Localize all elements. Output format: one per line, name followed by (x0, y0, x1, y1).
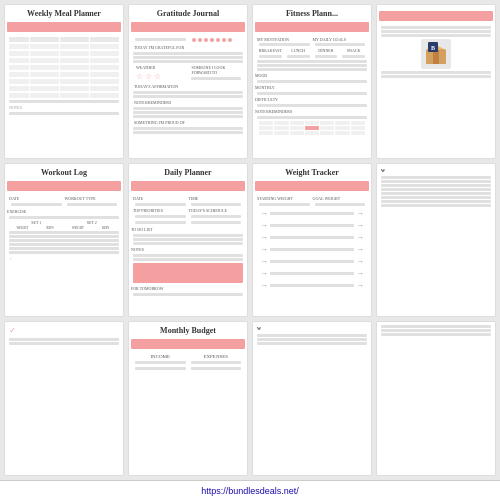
forward-to-label: SOMEONE I LOOK FORWARD TO (189, 64, 244, 76)
dot-6 (222, 38, 226, 42)
exercise-line (9, 216, 119, 219)
arrow-r-2: → (356, 221, 364, 230)
weight-bar-2 (270, 224, 354, 227)
budget-pink-header (131, 339, 245, 349)
dot-5 (216, 38, 220, 42)
meal-pink-header (7, 22, 121, 32)
fitness-notes-label: NOTES/REMINDERS (255, 108, 369, 115)
tomorrow-label: FOR TOMORROW (131, 285, 245, 292)
budget-content: INCOME EXPENSES (129, 351, 247, 475)
set2-label: SET 2 (65, 220, 120, 225)
dot-7 (228, 38, 232, 42)
meal-grid-header (7, 36, 121, 43)
partial-content-3 (377, 322, 495, 475)
gratitude-date-line (135, 38, 186, 41)
daily-ps-lines-2 (133, 220, 243, 225)
meal-row-7 (7, 85, 121, 92)
fitness-goals-row: MY MOTIVATION MY DAILY GOALS (257, 37, 367, 47)
weight-row-5: → → (257, 256, 367, 267)
proud-line-1 (133, 127, 243, 130)
gratitude-dots (189, 37, 244, 43)
grateful-line-1 (133, 52, 243, 55)
meal-row-1 (7, 43, 121, 50)
weight-title: Weight Tracker (253, 164, 371, 179)
workout-title: Workout Log (5, 164, 123, 179)
workout-notes-label: ✓ (7, 255, 121, 262)
weight-bar-4 (270, 248, 354, 251)
weight-bar-1 (270, 212, 354, 215)
dot-4 (210, 38, 214, 42)
meal-col-day (9, 37, 29, 42)
partial-bottom-icon: ✓ (7, 324, 121, 337)
star-2: ☆ (145, 72, 152, 81)
partial-right-card-3 (376, 321, 496, 476)
w-line-4 (9, 243, 119, 246)
difficulty-line (257, 104, 367, 107)
fitness-content: MY MOTIVATION MY DAILY GOALS BREAKFAST L… (253, 34, 371, 158)
meal-row-4 (7, 64, 121, 71)
todo-line-2 (133, 238, 243, 241)
workout-card: Workout Log DATE WORKOUT TYPE EXERCISE S… (4, 163, 124, 318)
arrow-r-5: → (356, 257, 364, 266)
meal-col-b (30, 37, 59, 42)
forward-line (191, 77, 242, 80)
daily-ps-lines (133, 214, 243, 219)
budget-col-lines (133, 360, 243, 365)
affirmation-label: TODAY'S AFFIRMATION (131, 83, 245, 90)
meal-d-1 (90, 44, 119, 49)
daily-date-label: DATE (133, 196, 188, 201)
mood-label: MOOD (255, 72, 369, 79)
fitness-calendar (257, 120, 367, 136)
dinner-label: DINNER (313, 48, 340, 53)
meal-row-8 (7, 92, 121, 99)
notes-line-2 (133, 111, 243, 114)
weather-row: WEATHER ☆ ☆ ☆ SOMEONE I LOOK FORWARD TO (133, 64, 243, 82)
schedule-label: TODAY'S SCHEDULE (189, 208, 244, 213)
weight-row-4: → → (257, 244, 367, 255)
notes-line-3 (133, 115, 243, 118)
daily-notes-label: NOTES (131, 246, 245, 253)
arrow-2: → (260, 221, 268, 230)
exercise-label: EXERCISE (7, 208, 121, 215)
set1-label: SET 1 (9, 220, 64, 225)
weather-label: WEATHER (133, 64, 188, 71)
daily-content: DATE TIME TOP PRIORITIES TODAY'S SCHEDUL… (129, 193, 247, 317)
partial-bottom-card-3: W (252, 321, 372, 476)
weight-bar-6 (270, 272, 354, 275)
daily-goals-label: MY DAILY GOALS (313, 37, 368, 42)
meal-notes-line-2 (9, 112, 119, 115)
workout-date-lines (9, 202, 119, 207)
workout-pink-header (7, 181, 121, 191)
weather-stars: ☆ ☆ ☆ (133, 71, 188, 82)
url-bar: https://bundlesdeals.net/ (0, 480, 500, 500)
arrow-3: → (260, 233, 268, 242)
weight-tracker-card: Weight Tracker STARTING WEIGHT GOAL WEIG… (252, 163, 372, 318)
partial-content-1: B (377, 23, 495, 158)
meal-day-m (9, 44, 29, 49)
arrow-7: → (260, 281, 268, 290)
expenses-label: EXPENSES (189, 354, 244, 359)
meals-lines (257, 54, 367, 59)
partial-bottom-content-1: ✓ (5, 322, 123, 475)
meal-notes-label: NOTES (7, 104, 121, 111)
svg-rect-2 (433, 50, 439, 64)
daily-date-time: DATE TIME (133, 196, 243, 201)
w-line-6 (9, 251, 119, 254)
meal-planner-card: Weekly Meal Planner (4, 4, 124, 159)
weight-goal-lines (257, 202, 367, 207)
goal-weight-label: GOAL WEIGHT (313, 196, 368, 201)
star-3: ☆ (154, 72, 161, 81)
arrow-6: → (260, 269, 268, 278)
budget-lines-2 (133, 366, 243, 371)
budget-title: Monthly Budget (129, 322, 247, 337)
meal-row-5 (7, 71, 121, 78)
notes-label: NOTES/REMINDERS (131, 99, 245, 106)
meal-notes-line-1 (9, 100, 119, 103)
daily-pink-block (133, 263, 243, 283)
partial-3-title: W (255, 324, 369, 333)
arrow-5: → (260, 257, 268, 266)
svg-text:B: B (431, 45, 435, 51)
weight-goals: STARTING WEIGHT GOAL WEIGHT (257, 196, 367, 201)
partial-pink-1 (379, 11, 493, 21)
workout-type-label: WORKOUT TYPE (65, 196, 120, 201)
